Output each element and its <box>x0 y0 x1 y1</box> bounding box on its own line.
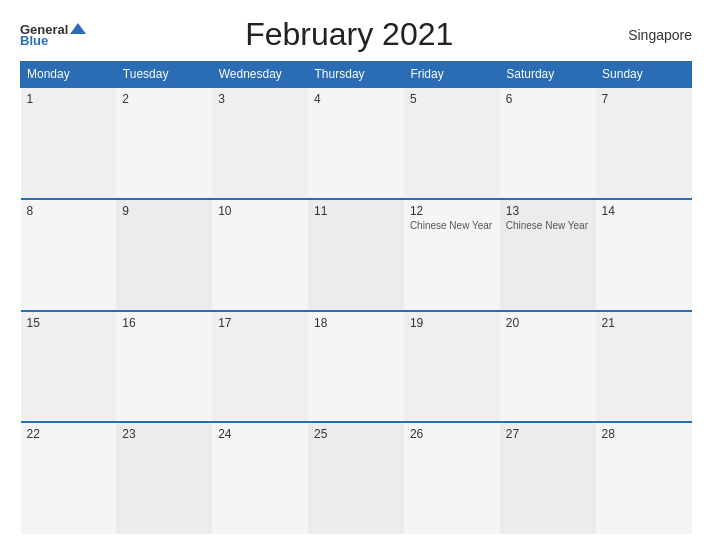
day-number: 28 <box>602 427 686 441</box>
calendar-day-cell: 11 <box>308 199 404 311</box>
weekday-header-row: Monday Tuesday Wednesday Thursday Friday… <box>21 62 692 88</box>
day-number: 1 <box>27 92 111 106</box>
calendar-day-cell: 27 <box>500 422 596 534</box>
calendar-day-cell: 7 <box>596 87 692 199</box>
calendar-day-cell: 21 <box>596 311 692 423</box>
calendar-day-cell: 17 <box>212 311 308 423</box>
calendar-day-cell: 18 <box>308 311 404 423</box>
calendar-day-cell: 19 <box>404 311 500 423</box>
header-tuesday: Tuesday <box>116 62 212 88</box>
calendar-day-cell: 6 <box>500 87 596 199</box>
day-number: 8 <box>27 204 111 218</box>
day-number: 17 <box>218 316 302 330</box>
calendar-event: Chinese New Year <box>506 220 590 231</box>
day-number: 11 <box>314 204 398 218</box>
day-number: 14 <box>602 204 686 218</box>
calendar-event: Chinese New Year <box>410 220 494 231</box>
day-number: 16 <box>122 316 206 330</box>
calendar-day-cell: 28 <box>596 422 692 534</box>
day-number: 7 <box>602 92 686 106</box>
calendar-day-cell: 24 <box>212 422 308 534</box>
day-number: 24 <box>218 427 302 441</box>
header-monday: Monday <box>21 62 117 88</box>
calendar-week-row: 22232425262728 <box>21 422 692 534</box>
calendar-day-cell: 1 <box>21 87 117 199</box>
day-number: 12 <box>410 204 494 218</box>
calendar-day-cell: 22 <box>21 422 117 534</box>
day-number: 4 <box>314 92 398 106</box>
calendar-week-row: 1234567 <box>21 87 692 199</box>
calendar-country: Singapore <box>612 27 692 43</box>
header-thursday: Thursday <box>308 62 404 88</box>
calendar-header: General Blue February 2021 Singapore <box>20 16 692 53</box>
logo-blue-text: Blue <box>20 34 48 47</box>
header-wednesday: Wednesday <box>212 62 308 88</box>
day-number: 27 <box>506 427 590 441</box>
calendar-day-cell: 20 <box>500 311 596 423</box>
day-number: 6 <box>506 92 590 106</box>
day-number: 26 <box>410 427 494 441</box>
day-number: 20 <box>506 316 590 330</box>
calendar-day-cell: 4 <box>308 87 404 199</box>
day-number: 13 <box>506 204 590 218</box>
calendar-title: February 2021 <box>86 16 612 53</box>
day-number: 21 <box>602 316 686 330</box>
day-number: 15 <box>27 316 111 330</box>
calendar-day-cell: 14 <box>596 199 692 311</box>
day-number: 9 <box>122 204 206 218</box>
day-number: 25 <box>314 427 398 441</box>
day-number: 2 <box>122 92 206 106</box>
calendar-day-cell: 8 <box>21 199 117 311</box>
calendar-day-cell: 16 <box>116 311 212 423</box>
day-number: 10 <box>218 204 302 218</box>
calendar-day-cell: 25 <box>308 422 404 534</box>
header-saturday: Saturday <box>500 62 596 88</box>
calendar-week-row: 89101112Chinese New Year13Chinese New Ye… <box>21 199 692 311</box>
logo-triangle-icon <box>70 23 86 34</box>
calendar-day-cell: 23 <box>116 422 212 534</box>
calendar-day-cell: 5 <box>404 87 500 199</box>
day-number: 19 <box>410 316 494 330</box>
calendar-week-row: 15161718192021 <box>21 311 692 423</box>
header-friday: Friday <box>404 62 500 88</box>
day-number: 5 <box>410 92 494 106</box>
calendar-day-cell: 12Chinese New Year <box>404 199 500 311</box>
calendar-day-cell: 10 <box>212 199 308 311</box>
day-number: 23 <box>122 427 206 441</box>
calendar-day-cell: 26 <box>404 422 500 534</box>
day-number: 22 <box>27 427 111 441</box>
calendar-day-cell: 13Chinese New Year <box>500 199 596 311</box>
calendar-day-cell: 2 <box>116 87 212 199</box>
calendar-page: General Blue February 2021 Singapore Mon… <box>0 0 712 550</box>
logo: General Blue <box>20 23 86 47</box>
calendar-day-cell: 15 <box>21 311 117 423</box>
calendar-table: Monday Tuesday Wednesday Thursday Friday… <box>20 61 692 534</box>
calendar-day-cell: 3 <box>212 87 308 199</box>
day-number: 18 <box>314 316 398 330</box>
calendar-day-cell: 9 <box>116 199 212 311</box>
day-number: 3 <box>218 92 302 106</box>
header-sunday: Sunday <box>596 62 692 88</box>
